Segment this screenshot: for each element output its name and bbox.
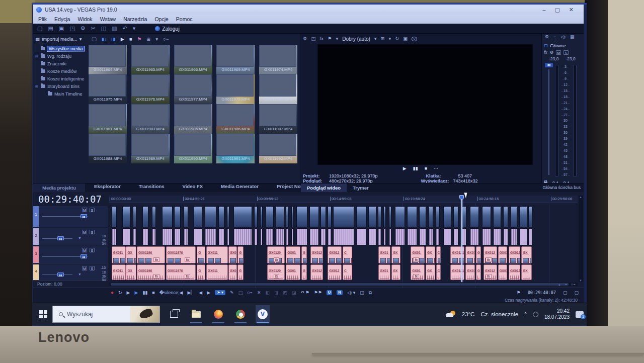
media-item[interactable]: GX011975.MP4 bbox=[89, 74, 127, 104]
audio-clip[interactable]: GX012 fx ··· bbox=[509, 264, 520, 280]
audio-clip[interactable] bbox=[528, 228, 532, 245]
video-clip[interactable]: GX0120 fx ··· bbox=[267, 246, 285, 263]
render-icon[interactable]: ◳ bbox=[69, 26, 74, 31]
audio-clip[interactable]: GX01 fx ··· bbox=[465, 264, 475, 280]
video-clip[interactable] bbox=[511, 206, 517, 227]
audio-levels-icon[interactable]: ◁⦂ ▾ bbox=[347, 291, 356, 295]
open-project-icon[interactable]: ▤ bbox=[48, 26, 53, 31]
video-clip[interactable] bbox=[233, 206, 252, 227]
preview-more-button[interactable]: ··· bbox=[434, 166, 438, 171]
minimize-button[interactable]: – bbox=[542, 7, 545, 13]
video-clip[interactable] bbox=[436, 206, 440, 227]
audio-clip[interactable] bbox=[184, 228, 188, 245]
video-clip[interactable] bbox=[276, 206, 284, 227]
slider-knob[interactable]: ▮▮ bbox=[80, 214, 87, 218]
firefox-button[interactable] bbox=[211, 305, 225, 323]
audio-clip[interactable] bbox=[419, 228, 426, 245]
fader-handle[interactable]: ▮▮ bbox=[545, 63, 553, 67]
grid-overlay-icon[interactable]: ⊞ bbox=[381, 36, 385, 41]
media-item[interactable]: GX011991.MP4 bbox=[216, 134, 255, 163]
audio-clip[interactable]: GX0121 fx ··· bbox=[450, 264, 464, 280]
video-clip[interactable] bbox=[453, 206, 458, 227]
audio-clip[interactable]: GX fx ··· bbox=[426, 264, 435, 280]
tree-item[interactable]: ⊞ Wg. rodzaju bbox=[35, 52, 88, 60]
save-icon[interactable]: ▣ bbox=[59, 26, 64, 31]
bus-fx-icon[interactable]: fx bbox=[544, 50, 547, 55]
audio-clip[interactable]: GX012 fx ··· bbox=[328, 264, 342, 280]
audio-clip[interactable] bbox=[453, 228, 458, 245]
audio-clip[interactable]: GX01 fx ··· bbox=[378, 264, 390, 280]
media-item[interactable]: GX011974.MP4 bbox=[259, 45, 297, 74]
media-dock-tab[interactable]: Media Generator bbox=[212, 184, 268, 192]
view-mode-dropdown-icon[interactable]: ▾ bbox=[155, 37, 158, 42]
video-clip[interactable]: GX012 fx ··· bbox=[484, 246, 497, 263]
weather-temp[interactable]: 23°C bbox=[462, 311, 475, 317]
video-clip[interactable]: GX0121 fx ··· bbox=[450, 246, 464, 263]
menu-item[interactable]: Opcje bbox=[154, 16, 168, 22]
media-item[interactable]: GX011985.MP4 bbox=[174, 104, 212, 134]
scrollbar-thumb[interactable] bbox=[111, 283, 569, 286]
preview-play-icon[interactable]: ▶ bbox=[121, 37, 124, 42]
zoom-tool-icon[interactable]: ○⌁ bbox=[247, 291, 253, 295]
video-clip[interactable]: GX01 fx ··· bbox=[498, 246, 508, 263]
import-media-button[interactable]: ▦ Importuj media... ▾ bbox=[35, 36, 82, 42]
automation-dropdown-icon[interactable]: ▼ bbox=[78, 236, 82, 240]
mixer-settings-gear-icon[interactable]: ⚙ bbox=[545, 35, 549, 39]
video-clip[interactable] bbox=[286, 206, 289, 227]
audio-clip[interactable] bbox=[112, 228, 117, 245]
track-mute-button[interactable]: M bbox=[82, 248, 87, 252]
media-item[interactable]: GX011988.MP4 bbox=[89, 134, 127, 163]
redo-dropdown-icon[interactable]: ▾ bbox=[133, 26, 136, 31]
video-clip[interactable]: GX01 fx ··· bbox=[286, 246, 300, 263]
video-clip[interactable]: GX fx ··· bbox=[426, 246, 435, 263]
zoom-in-icon[interactable]: ＋ bbox=[557, 282, 561, 288]
mixer-view-icon[interactable]: ▦ bbox=[570, 35, 575, 39]
preview-pause-button[interactable]: ▮▮ bbox=[413, 166, 418, 171]
video-clip[interactable] bbox=[378, 206, 381, 227]
chrome-button[interactable] bbox=[233, 305, 248, 323]
audio-clip[interactable] bbox=[133, 228, 136, 245]
overlay-dropdown-icon[interactable]: ▾ bbox=[336, 36, 338, 41]
menu-item[interactable]: Edycja bbox=[54, 16, 70, 22]
video-clip[interactable] bbox=[152, 206, 156, 227]
stop-button[interactable]: ■ bbox=[152, 291, 154, 295]
audio-clip[interactable]: C fx ··· bbox=[343, 264, 352, 280]
preview-quality-select[interactable]: Dobry (auto) bbox=[342, 36, 370, 42]
loop-playback-button[interactable]: ↻ bbox=[118, 291, 122, 295]
edit-tool-button[interactable]: ➤ ▾ bbox=[215, 290, 225, 295]
video-clip[interactable] bbox=[429, 206, 433, 227]
play-from-start-button[interactable]: ▶ bbox=[127, 291, 130, 295]
timeline-ruler[interactable]: 00:00:00:0000:04:59:2100:09:59:1200:14:5… bbox=[109, 196, 578, 203]
video-clip[interactable]: GX01196 fx ··· bbox=[137, 246, 165, 263]
video-clip[interactable]: GX01 fx ··· bbox=[411, 246, 425, 263]
group-icon[interactable]: ⧉ bbox=[369, 291, 372, 295]
loop-playback-icon[interactable]: ↻ bbox=[395, 36, 399, 41]
clip-fx-badge[interactable]: fx bbox=[185, 257, 191, 262]
insert-marker-icon[interactable]: ⚑ bbox=[305, 291, 309, 295]
properties-gear-icon[interactable]: ⚙ bbox=[80, 26, 86, 31]
tree-item[interactable]: Wszystkie media bbox=[35, 45, 88, 52]
search-highlight-image[interactable] bbox=[130, 306, 159, 323]
audio-clip[interactable] bbox=[407, 228, 418, 245]
video-clip[interactable]: GX01 fx ··· bbox=[465, 246, 475, 263]
zoom-out-icon[interactable]: − bbox=[565, 282, 568, 288]
audio-clip[interactable] bbox=[286, 228, 289, 245]
video-clip[interactable] bbox=[291, 206, 294, 227]
task-view-button[interactable] bbox=[167, 305, 181, 323]
track-header-4[interactable]: 4 -13 MS ▼ ▮▮ 183654 bbox=[33, 264, 108, 281]
vegas-capture-icon[interactable]: V bbox=[412, 37, 417, 41]
audio-clip[interactable] bbox=[333, 228, 354, 245]
copy-icon[interactable]: ◫ bbox=[101, 26, 106, 31]
menu-item[interactable]: Plik bbox=[38, 16, 47, 22]
weather-icon[interactable] bbox=[446, 311, 456, 318]
video-clip[interactable]: GX012 fx ··· bbox=[310, 246, 323, 263]
audio-clip[interactable] bbox=[320, 228, 326, 245]
device-capture-icon[interactable]: 🖵 bbox=[92, 37, 97, 42]
track-header-1[interactable]: 1 MS ▮▮ bbox=[33, 206, 108, 227]
video-clip[interactable] bbox=[162, 206, 173, 227]
timeline-horizontal-scrollbar[interactable] bbox=[109, 283, 578, 286]
media-item[interactable]: GX011977.MP4 bbox=[174, 74, 212, 104]
video-clip[interactable] bbox=[443, 206, 451, 227]
track-level-slider[interactable]: ▮▮ bbox=[42, 256, 88, 257]
audio-clip[interactable] bbox=[152, 228, 156, 245]
